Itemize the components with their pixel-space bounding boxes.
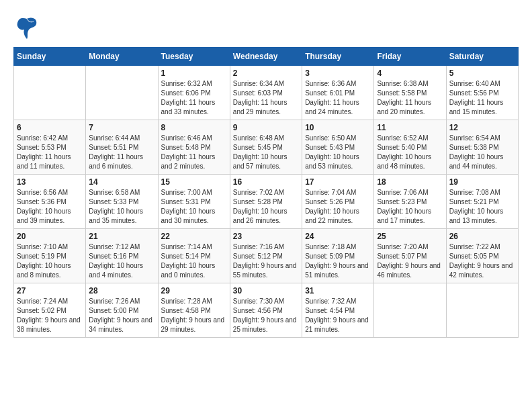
calendar-cell: 24Sunrise: 7:18 AM Sunset: 5:09 PM Dayli… — [302, 229, 374, 283]
day-number: 11 — [377, 123, 443, 132]
calendar-cell: 19Sunrise: 7:08 AM Sunset: 5:21 PM Dayli… — [446, 175, 518, 229]
day-number: 4 — [377, 68, 443, 78]
day-number: 16 — [233, 177, 299, 187]
calendar-cell: 7Sunrise: 6:44 AM Sunset: 5:51 PM Daylig… — [86, 120, 158, 175]
day-info: Sunrise: 6:46 AM Sunset: 5:48 PM Dayligh… — [161, 134, 227, 171]
day-number: 29 — [161, 286, 227, 295]
calendar-cell: 1Sunrise: 6:32 AM Sunset: 6:06 PM Daylig… — [158, 66, 230, 120]
calendar-week-row: 27Sunrise: 7:24 AM Sunset: 5:02 PM Dayli… — [14, 283, 519, 338]
calendar-cell: 28Sunrise: 7:26 AM Sunset: 5:00 PM Dayli… — [86, 283, 158, 338]
page-header — [13, 13, 519, 40]
day-info: Sunrise: 7:02 AM Sunset: 5:28 PM Dayligh… — [233, 188, 299, 226]
day-number: 3 — [305, 68, 371, 78]
calendar-cell: 4Sunrise: 6:38 AM Sunset: 5:58 PM Daylig… — [374, 66, 446, 120]
calendar-cell: 11Sunrise: 6:52 AM Sunset: 5:40 PM Dayli… — [374, 120, 446, 175]
day-info: Sunrise: 7:30 AM Sunset: 4:56 PM Dayligh… — [233, 297, 299, 334]
day-number: 2 — [233, 68, 299, 78]
day-number: 10 — [305, 123, 371, 132]
day-info: Sunrise: 6:44 AM Sunset: 5:51 PM Dayligh… — [89, 134, 154, 171]
day-number: 5 — [449, 68, 515, 78]
calendar-cell: 31Sunrise: 7:32 AM Sunset: 4:54 PM Dayli… — [302, 283, 374, 338]
weekday-header: Monday — [86, 48, 158, 66]
calendar-header-row: SundayMondayTuesdayWednesdayThursdayFrid… — [14, 48, 519, 66]
weekday-header: Tuesday — [158, 48, 230, 66]
day-info: Sunrise: 7:16 AM Sunset: 5:12 PM Dayligh… — [233, 242, 299, 280]
weekday-header: Saturday — [446, 48, 518, 66]
calendar-cell: 29Sunrise: 7:28 AM Sunset: 4:58 PM Dayli… — [158, 283, 230, 338]
calendar-cell: 30Sunrise: 7:30 AM Sunset: 4:56 PM Dayli… — [230, 283, 302, 338]
weekday-header: Friday — [374, 48, 446, 66]
day-info: Sunrise: 7:20 AM Sunset: 5:07 PM Dayligh… — [377, 242, 443, 280]
day-info: Sunrise: 6:54 AM Sunset: 5:38 PM Dayligh… — [449, 134, 515, 171]
day-info: Sunrise: 6:38 AM Sunset: 5:58 PM Dayligh… — [377, 79, 443, 117]
day-number: 19 — [449, 177, 515, 187]
day-number: 8 — [161, 123, 227, 132]
calendar-table: SundayMondayTuesdayWednesdayThursdayFrid… — [13, 47, 519, 338]
calendar-cell: 5Sunrise: 6:40 AM Sunset: 5:56 PM Daylig… — [446, 66, 518, 120]
day-info: Sunrise: 6:32 AM Sunset: 6:06 PM Dayligh… — [161, 79, 227, 117]
day-number: 12 — [449, 123, 515, 132]
day-info: Sunrise: 7:04 AM Sunset: 5:26 PM Dayligh… — [305, 188, 371, 226]
day-number: 26 — [449, 232, 515, 241]
calendar-cell: 10Sunrise: 6:50 AM Sunset: 5:43 PM Dayli… — [302, 120, 374, 175]
calendar-cell: 6Sunrise: 6:42 AM Sunset: 5:53 PM Daylig… — [14, 120, 86, 175]
day-info: Sunrise: 7:10 AM Sunset: 5:19 PM Dayligh… — [17, 242, 83, 280]
calendar-cell: 20Sunrise: 7:10 AM Sunset: 5:19 PM Dayli… — [14, 229, 86, 283]
day-info: Sunrise: 7:24 AM Sunset: 5:02 PM Dayligh… — [17, 297, 83, 334]
day-number: 22 — [161, 232, 227, 241]
day-number: 20 — [17, 232, 83, 241]
day-number: 27 — [17, 286, 83, 295]
day-info: Sunrise: 7:12 AM Sunset: 5:16 PM Dayligh… — [89, 242, 154, 280]
calendar-cell: 27Sunrise: 7:24 AM Sunset: 5:02 PM Dayli… — [14, 283, 86, 338]
day-number: 18 — [377, 177, 443, 187]
calendar-cell: 12Sunrise: 6:54 AM Sunset: 5:38 PM Dayli… — [446, 120, 518, 175]
day-info: Sunrise: 7:32 AM Sunset: 4:54 PM Dayligh… — [305, 297, 371, 334]
weekday-header: Thursday — [302, 48, 374, 66]
calendar-cell: 2Sunrise: 6:34 AM Sunset: 6:03 PM Daylig… — [230, 66, 302, 120]
calendar-week-row: 6Sunrise: 6:42 AM Sunset: 5:53 PM Daylig… — [14, 120, 519, 175]
day-number: 24 — [305, 232, 371, 241]
day-info: Sunrise: 7:08 AM Sunset: 5:21 PM Dayligh… — [449, 188, 515, 226]
day-info: Sunrise: 7:22 AM Sunset: 5:05 PM Dayligh… — [449, 242, 515, 280]
day-number: 25 — [377, 232, 443, 241]
day-info: Sunrise: 6:36 AM Sunset: 6:01 PM Dayligh… — [305, 79, 371, 117]
calendar-week-row: 1Sunrise: 6:32 AM Sunset: 6:06 PM Daylig… — [14, 66, 519, 120]
day-info: Sunrise: 7:06 AM Sunset: 5:23 PM Dayligh… — [377, 188, 443, 226]
day-info: Sunrise: 6:42 AM Sunset: 5:53 PM Dayligh… — [17, 134, 83, 171]
day-info: Sunrise: 7:26 AM Sunset: 5:00 PM Dayligh… — [89, 297, 154, 334]
day-number: 30 — [233, 286, 299, 295]
day-number: 15 — [161, 177, 227, 187]
calendar-cell: 18Sunrise: 7:06 AM Sunset: 5:23 PM Dayli… — [374, 175, 446, 229]
calendar-cell: 25Sunrise: 7:20 AM Sunset: 5:07 PM Dayli… — [374, 229, 446, 283]
calendar-cell: 13Sunrise: 6:56 AM Sunset: 5:36 PM Dayli… — [14, 175, 86, 229]
day-number: 21 — [89, 232, 154, 241]
calendar-week-row: 20Sunrise: 7:10 AM Sunset: 5:19 PM Dayli… — [14, 229, 519, 283]
calendar-cell: 15Sunrise: 7:00 AM Sunset: 5:31 PM Dayli… — [158, 175, 230, 229]
day-number: 31 — [305, 286, 371, 295]
calendar-cell: 3Sunrise: 6:36 AM Sunset: 6:01 PM Daylig… — [302, 66, 374, 120]
day-number: 23 — [233, 232, 299, 241]
day-info: Sunrise: 7:18 AM Sunset: 5:09 PM Dayligh… — [305, 242, 371, 280]
day-number: 7 — [89, 123, 154, 132]
calendar-cell: 16Sunrise: 7:02 AM Sunset: 5:28 PM Dayli… — [230, 175, 302, 229]
logo-icon — [13, 13, 40, 40]
calendar-cell — [446, 283, 518, 338]
calendar-week-row: 13Sunrise: 6:56 AM Sunset: 5:36 PM Dayli… — [14, 175, 519, 229]
calendar-cell: 17Sunrise: 7:04 AM Sunset: 5:26 PM Dayli… — [302, 175, 374, 229]
day-info: Sunrise: 6:40 AM Sunset: 5:56 PM Dayligh… — [449, 79, 515, 117]
day-info: Sunrise: 6:52 AM Sunset: 5:40 PM Dayligh… — [377, 134, 443, 171]
day-number: 17 — [305, 177, 371, 187]
weekday-header: Sunday — [14, 48, 86, 66]
weekday-header: Wednesday — [230, 48, 302, 66]
calendar-cell — [374, 283, 446, 338]
calendar-cell: 26Sunrise: 7:22 AM Sunset: 5:05 PM Dayli… — [446, 229, 518, 283]
day-info: Sunrise: 7:28 AM Sunset: 4:58 PM Dayligh… — [161, 297, 227, 334]
day-info: Sunrise: 6:34 AM Sunset: 6:03 PM Dayligh… — [233, 79, 299, 117]
day-number: 28 — [89, 286, 154, 295]
day-info: Sunrise: 7:00 AM Sunset: 5:31 PM Dayligh… — [161, 188, 227, 226]
calendar-cell: 14Sunrise: 6:58 AM Sunset: 5:33 PM Dayli… — [86, 175, 158, 229]
day-info: Sunrise: 7:14 AM Sunset: 5:14 PM Dayligh… — [161, 242, 227, 280]
calendar-cell: 8Sunrise: 6:46 AM Sunset: 5:48 PM Daylig… — [158, 120, 230, 175]
calendar-cell: 9Sunrise: 6:48 AM Sunset: 5:45 PM Daylig… — [230, 120, 302, 175]
calendar-cell — [14, 66, 86, 120]
